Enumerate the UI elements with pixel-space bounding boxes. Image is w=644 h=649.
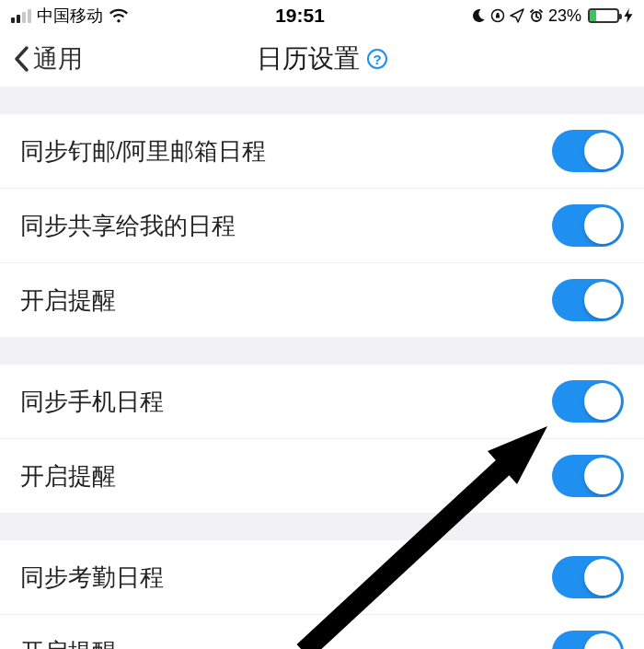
- status-time: 19:51: [275, 5, 325, 27]
- row-label: 同步考勤日程: [20, 562, 164, 594]
- settings-row: 同步共享给我的日程: [0, 189, 644, 263]
- back-label: 通用: [33, 42, 83, 75]
- alarm-icon: [529, 8, 544, 23]
- row-label: 开启提醒: [20, 460, 116, 493]
- battery-percent: 23%: [548, 6, 581, 26]
- toggle-switch[interactable]: [552, 455, 624, 497]
- settings-row: 同步手机日程: [0, 365, 644, 439]
- battery-fill: [590, 10, 596, 21]
- lock-icon: [490, 8, 505, 23]
- row-label: 同步钉邮/阿里邮箱日程: [20, 135, 266, 168]
- settings-row: 同步钉邮/阿里邮箱日程: [0, 114, 644, 189]
- location-icon: [510, 8, 524, 23]
- settings-row: 开启提醒: [0, 615, 644, 649]
- settings-group: 同步钉邮/阿里邮箱日程 同步共享给我的日程 开启提醒: [0, 114, 644, 337]
- toggle-switch[interactable]: [552, 204, 624, 247]
- status-right: 23%: [471, 6, 633, 26]
- settings-row: 同步考勤日程: [0, 540, 644, 615]
- back-button[interactable]: 通用: [13, 42, 83, 75]
- toggle-switch[interactable]: [552, 556, 624, 598]
- charging-icon: [624, 8, 633, 23]
- row-label: 同步手机日程: [20, 386, 164, 418]
- toggle-switch[interactable]: [552, 380, 624, 423]
- battery-icon: [588, 8, 619, 23]
- row-label: 开启提醒: [20, 284, 116, 317]
- row-label: 同步共享给我的日程: [20, 210, 236, 242]
- toggle-switch[interactable]: [552, 279, 624, 321]
- help-button[interactable]: ?: [367, 49, 387, 69]
- settings-group: 同步手机日程 开启提醒: [0, 365, 644, 513]
- moon-icon: [471, 8, 486, 23]
- settings-row: 开启提醒: [0, 263, 644, 337]
- toggle-switch[interactable]: [552, 130, 624, 172]
- settings-row: 开启提醒: [0, 439, 644, 513]
- row-label: 开启提醒: [20, 636, 116, 650]
- nav-header: 通用 日历设置 ?: [0, 31, 644, 87]
- chevron-left-icon: [13, 45, 29, 73]
- settings-group: 同步考勤日程 开启提醒: [0, 540, 644, 649]
- status-left: 中国移动: [11, 5, 129, 27]
- toggle-switch[interactable]: [552, 631, 624, 649]
- carrier-label: 中国移动: [37, 5, 103, 27]
- wifi-icon: [109, 8, 129, 23]
- signal-icon: [11, 9, 31, 23]
- status-bar: 中国移动 19:51 23%: [0, 0, 644, 31]
- page-title: 日历设置 ?: [257, 41, 387, 76]
